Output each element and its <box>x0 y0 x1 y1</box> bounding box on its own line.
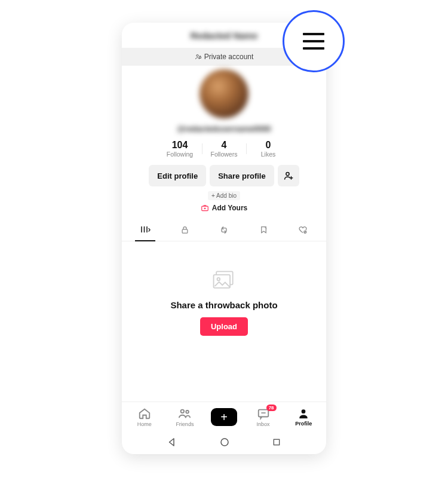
bottom-nav: Home Friends + 78 Inbox <box>122 402 326 430</box>
callout-hamburger-menu[interactable] <box>283 10 345 72</box>
android-nav-bar <box>122 430 326 454</box>
svg-rect-1 <box>199 57 201 59</box>
stat-count: 0 <box>246 140 290 151</box>
friends-icon <box>177 407 192 420</box>
heart-hidden-icon <box>298 225 308 234</box>
plus-icon: + <box>220 411 228 423</box>
profile-name-title[interactable]: Redacted Name <box>191 30 258 41</box>
edit-profile-button[interactable]: Edit profile <box>149 165 206 186</box>
svg-rect-7 <box>214 275 231 288</box>
profile-actions: Edit profile Share profile <box>122 165 326 186</box>
stat-label: Following <box>158 151 202 158</box>
nav-create[interactable]: + <box>207 408 241 426</box>
stat-followers[interactable]: 4 Followers <box>202 140 246 158</box>
photos-icon <box>211 269 237 292</box>
stat-label: Likes <box>246 151 290 158</box>
repost-icon <box>219 225 229 235</box>
tab-saved[interactable] <box>244 220 283 241</box>
svg-point-0 <box>197 54 198 56</box>
nav-label: Profile <box>295 421 312 427</box>
phone-frame: Redacted Name Private account @redactedu… <box>122 23 326 454</box>
username-handle[interactable]: @redactedusername0000 <box>177 124 271 133</box>
stat-following[interactable]: 104 Following <box>158 140 202 158</box>
camera-plus-icon <box>201 204 209 212</box>
add-bio-row: + Add bio <box>122 191 326 200</box>
avatar[interactable] <box>200 69 248 118</box>
stat-count: 104 <box>158 140 202 151</box>
grid-icon <box>140 225 151 234</box>
nav-label: Friends <box>176 421 194 427</box>
tab-private[interactable] <box>165 220 204 241</box>
svg-point-13 <box>221 439 228 446</box>
inbox-badge: 78 <box>266 405 277 411</box>
nav-label: Inbox <box>257 421 270 427</box>
stats-row: 104 Following 4 Followers 0 Likes <box>122 140 326 158</box>
svg-rect-14 <box>274 439 279 445</box>
stat-likes[interactable]: 0 Likes <box>246 140 290 158</box>
stat-label: Followers <box>202 151 246 158</box>
nav-label: Home <box>137 421 152 427</box>
nav-inbox[interactable]: 78 Inbox <box>246 407 281 427</box>
private-label: Private account <box>204 53 254 61</box>
nav-profile[interactable]: Profile <box>286 407 321 427</box>
add-yours-label: Add Yours <box>212 204 248 212</box>
tab-reposts[interactable] <box>204 220 244 241</box>
create-button[interactable]: + <box>211 408 237 426</box>
add-yours-button[interactable]: Add Yours <box>122 204 326 212</box>
stat-count: 4 <box>202 140 246 151</box>
home-circle-icon[interactable] <box>219 437 230 448</box>
handle-row: @redactedusername0000 <box>122 123 326 134</box>
hamburger-icon <box>303 30 324 52</box>
share-profile-button[interactable]: Share profile <box>210 165 274 186</box>
tab-liked[interactable] <box>283 220 323 241</box>
tab-posts[interactable] <box>125 220 165 241</box>
profile-tabs <box>122 220 326 241</box>
add-bio-button[interactable]: + Add bio <box>208 191 240 200</box>
user-plus-icon <box>283 170 294 181</box>
lock-person-icon <box>195 53 202 60</box>
home-icon <box>138 407 151 420</box>
bookmark-icon <box>259 225 268 234</box>
empty-state: Share a throwback photo Upload <box>122 241 326 402</box>
profile-icon <box>297 407 309 419</box>
empty-title: Share a throwback photo <box>170 300 277 310</box>
svg-point-10 <box>186 410 189 413</box>
nav-home[interactable]: Home <box>127 407 162 427</box>
svg-rect-4 <box>182 229 188 233</box>
avatar-row <box>122 69 326 118</box>
add-friends-button[interactable] <box>278 165 299 186</box>
svg-point-9 <box>181 409 185 413</box>
lock-icon <box>180 225 189 234</box>
upload-button[interactable]: Upload <box>200 317 248 336</box>
nav-friends[interactable]: Friends <box>167 407 202 427</box>
svg-point-12 <box>302 409 306 413</box>
recents-icon[interactable] <box>272 437 281 447</box>
svg-point-2 <box>286 172 289 175</box>
back-icon[interactable] <box>167 437 177 448</box>
